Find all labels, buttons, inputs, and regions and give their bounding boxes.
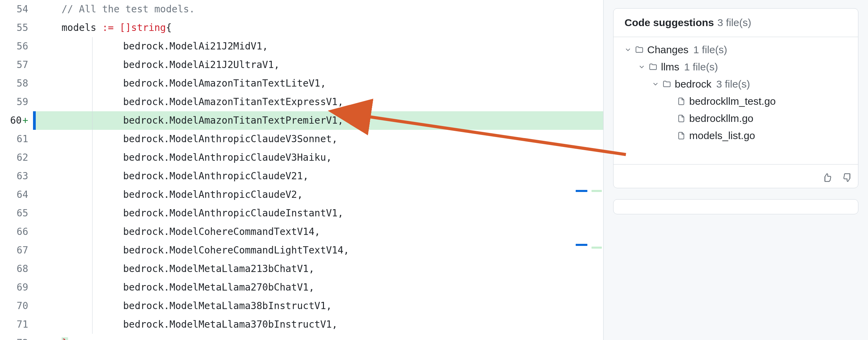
file-icon: [677, 114, 686, 123]
code-tokens: // All the test models.: [62, 0, 195, 19]
code-content: bedrock.ModelMetaLlama270bChatV1,: [36, 278, 603, 297]
thumbs-up-button[interactable]: [820, 171, 834, 184]
code-line[interactable]: 59bedrock.ModelAmazonTitanTextExpressV1,: [0, 93, 603, 111]
code-lines: 54// All the test models.55models := []s…: [0, 0, 603, 340]
indent-guide: [92, 315, 93, 334]
code-tokens: bedrock.ModelMetaLlama270bChatV1,: [123, 278, 314, 297]
code-content: bedrock.ModelAmazonTitanTextPremierV1,: [36, 111, 603, 130]
code-content: bedrock.ModelAnthropicClaudeV3Haiku,: [36, 148, 603, 167]
tree-file[interactable]: bedrockllm.go: [618, 110, 853, 127]
indent-guide: [92, 37, 93, 56]
indent-guide: [61, 241, 62, 260]
file-icon: [677, 97, 686, 106]
line-number: 63: [0, 167, 33, 185]
code-line[interactable]: 71bedrock.ModelMetaLlama370bInstructV1,: [0, 315, 603, 334]
indent-guide: [61, 148, 62, 167]
code-line[interactable]: 72}: [0, 334, 603, 340]
indent-guide: [61, 130, 62, 148]
code-content: bedrock.ModelAnthropicClaudeV2,: [36, 185, 603, 204]
code-suggestions-card: Code suggestions 3 file(s) Changes1 file…: [613, 8, 858, 188]
code-line[interactable]: 58bedrock.ModelAmazonTitanTextLiteV1,: [0, 74, 603, 93]
card-title: Code suggestions: [625, 17, 714, 29]
indent-guide: [92, 297, 93, 315]
tree-label: Changes: [647, 44, 688, 56]
code-line[interactable]: 70bedrock.ModelMetaLlama38bInstructV1,: [0, 297, 603, 315]
code-line[interactable]: 64bedrock.ModelAnthropicClaudeV2,: [0, 185, 603, 204]
line-number: 68: [0, 260, 33, 278]
tree-folder[interactable]: llms1 file(s): [618, 58, 853, 76]
code-line[interactable]: 57bedrock.ModelAi21J2UltraV1,: [0, 56, 603, 74]
code-content: bedrock.ModelAi21J2MidV1,: [36, 37, 603, 56]
change-bar: [33, 185, 36, 204]
code-line[interactable]: 67bedrock.ModelCohereCommandLightTextV14…: [0, 241, 603, 260]
code-line[interactable]: 55models := []string{: [0, 19, 603, 37]
tree-folder[interactable]: Changes1 file(s): [618, 41, 853, 58]
code-line[interactable]: 68bedrock.ModelMetaLlama213bChatV1,: [0, 260, 603, 278]
change-bar: [33, 148, 36, 167]
chevron-down-icon: [638, 64, 645, 70]
change-bar: [33, 334, 36, 340]
tree-label: models_list.go: [689, 130, 755, 141]
line-number: 64: [0, 185, 33, 204]
folder-icon: [635, 45, 644, 54]
code-tokens: bedrock.ModelMetaLlama38bInstructV1,: [123, 297, 332, 315]
tree-label: llms: [661, 61, 679, 73]
indent-guide: [61, 93, 62, 111]
code-tokens: bedrock.ModelAmazonTitanTextExpressV1,: [123, 93, 344, 111]
tree-file[interactable]: bedrockllm_test.go: [618, 93, 853, 110]
tree-folder[interactable]: bedrock3 file(s): [618, 76, 853, 93]
file-tree: Changes1 file(s)llms1 file(s)bedrock3 fi…: [614, 37, 858, 155]
tree-label: bedrock: [675, 78, 712, 90]
code-line[interactable]: 63bedrock.ModelAnthropicClaudeV21,: [0, 167, 603, 185]
chevron-down-icon: [625, 46, 631, 53]
change-bar: [33, 167, 36, 185]
line-number: 59: [0, 93, 33, 111]
change-bar: [33, 56, 36, 74]
tree-label: bedrockllm_test.go: [689, 95, 776, 107]
code-line[interactable]: 54// All the test models.: [0, 0, 603, 19]
code-tokens: bedrock.ModelCohereCommandTextV14,: [123, 223, 320, 241]
code-line[interactable]: 66bedrock.ModelCohereCommandTextV14,: [0, 223, 603, 241]
code-line[interactable]: 61bedrock.ModelAnthropicClaudeV3Sonnet,: [0, 130, 603, 148]
code-tokens: bedrock.ModelMetaLlama370bInstructV1,: [123, 315, 338, 334]
change-bar: [33, 74, 36, 93]
code-line[interactable]: 69bedrock.ModelMetaLlama270bChatV1,: [0, 278, 603, 297]
code-line[interactable]: 65bedrock.ModelAnthropicClaudeInstantV1,: [0, 204, 603, 223]
line-number: 70: [0, 297, 33, 315]
code-tokens: models := []string{: [62, 19, 172, 37]
code-tokens: bedrock.ModelAmazonTitanTextLiteV1,: [123, 74, 326, 93]
line-number: 71: [0, 315, 33, 334]
code-line[interactable]: 62bedrock.ModelAnthropicClaudeV3Haiku,: [0, 148, 603, 167]
indent-guide: [61, 167, 62, 185]
code-content: bedrock.ModelCohereCommandLightTextV14,: [36, 241, 603, 260]
line-number: 66: [0, 223, 33, 241]
indent-guide: [61, 315, 62, 334]
code-content: bedrock.ModelMetaLlama38bInstructV1,: [36, 297, 603, 315]
line-number: 54: [0, 0, 33, 19]
line-number: 65: [0, 204, 33, 223]
tree-file[interactable]: models_list.go: [618, 127, 853, 144]
indent-guide: [92, 130, 93, 148]
line-number: 72: [0, 334, 33, 340]
change-bar: [33, 241, 36, 260]
thumbs-down-button[interactable]: [841, 171, 855, 184]
indent-guide: [61, 260, 62, 278]
indent-guide: [92, 56, 93, 74]
code-line[interactable]: 56bedrock.ModelAi21J2MidV1,: [0, 37, 603, 56]
indent-guide: [92, 185, 93, 204]
code-content: bedrock.ModelAnthropicClaudeV21,: [36, 167, 603, 185]
change-bar: [33, 223, 36, 241]
line-number: 69: [0, 278, 33, 297]
indent-guide: [92, 204, 93, 223]
line-number: 61: [0, 130, 33, 148]
indent-guide: [92, 260, 93, 278]
code-line[interactable]: 60+bedrock.ModelAmazonTitanTextPremierV1…: [0, 111, 603, 130]
folder-icon: [662, 80, 671, 89]
code-content: bedrock.ModelAnthropicClaudeV3Sonnet,: [36, 130, 603, 148]
line-number: 67: [0, 241, 33, 260]
change-bar: [33, 93, 36, 111]
code-tokens: bedrock.ModelAnthropicClaudeV21,: [123, 167, 308, 185]
card-header: Code suggestions 3 file(s): [614, 9, 858, 37]
code-content: models := []string{: [36, 19, 603, 37]
tree-meta: 1 file(s): [693, 44, 727, 56]
